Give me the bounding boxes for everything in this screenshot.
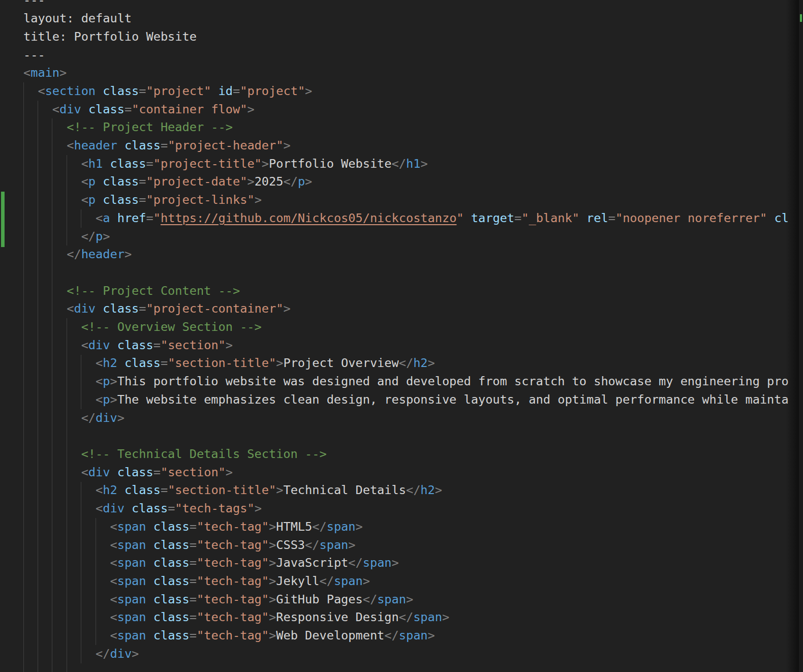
code-token: > — [255, 501, 262, 515]
code-token — [146, 538, 153, 552]
code-token — [23, 157, 81, 171]
code-line[interactable]: <a href="https://github.com/Nickcos05/ni… — [23, 209, 803, 228]
code-token: </ — [312, 520, 326, 534]
code-token: < — [110, 628, 117, 643]
code-token: class — [103, 193, 139, 207]
code-token: h2 — [420, 483, 435, 497]
code-line[interactable]: <section class="project" id="project"> — [23, 82, 803, 101]
code-token: span — [117, 556, 146, 570]
code-line[interactable]: <span class="tech-tag">Responsive Design… — [23, 608, 803, 627]
code-line[interactable]: <span class="tech-tag">GitHub Pages</spa… — [23, 591, 803, 609]
code-token: span — [320, 538, 349, 552]
code-line[interactable]: <span class="tech-tag">Jekyll</span> — [23, 572, 803, 591]
code-line[interactable]: <span class="tech-tag">JavaScript</span> — [23, 554, 803, 572]
code-line[interactable]: </header> — [23, 246, 803, 264]
code-token: < — [96, 483, 103, 497]
code-token: </ — [399, 610, 413, 624]
code-line[interactable]: </div> — [23, 645, 803, 663]
code-token: > — [262, 157, 269, 171]
code-token: target — [471, 211, 514, 225]
code-token: = — [139, 301, 146, 316]
code-token: > — [392, 556, 399, 570]
code-token — [23, 465, 81, 479]
code-line[interactable]: <span class="tech-tag">CSS3</span> — [23, 536, 803, 555]
code-line[interactable] — [23, 264, 803, 282]
code-line[interactable]: <span class="tech-tag">Web Development</… — [23, 627, 803, 645]
code-line[interactable]: <div class="container flow"> — [23, 101, 803, 119]
code-token: > — [276, 483, 283, 497]
code-token: class — [153, 574, 190, 588]
code-line[interactable]: <p class="project-date">2025</p> — [23, 173, 803, 191]
code-token: GitHub Pages — [276, 592, 362, 606]
code-token: < — [110, 574, 117, 588]
code-token: class — [125, 356, 161, 370]
code-token: id — [219, 84, 233, 98]
code-token: > — [269, 592, 276, 606]
code-line[interactable] — [23, 663, 803, 672]
code-token: > — [103, 229, 110, 243]
code-token: = — [161, 356, 168, 370]
code-token: </ — [67, 247, 81, 261]
code-token: > — [269, 556, 276, 570]
code-line[interactable]: <header class="project-header"> — [23, 137, 803, 155]
code-token — [767, 211, 774, 225]
code-token: Portfolio Website — [269, 157, 391, 171]
code-line[interactable]: <h2 class="section-title">Project Overvi… — [23, 354, 803, 373]
code-line[interactable]: title: Portfolio Website — [23, 28, 803, 46]
code-line[interactable]: <!-- Technical Details Section --> — [23, 445, 803, 464]
code-line[interactable]: <p class="project-links"> — [23, 191, 803, 209]
code-line[interactable]: <h2 class="section-title">Technical Deta… — [23, 481, 803, 500]
code-token: = — [190, 592, 197, 606]
code-line[interactable] — [23, 427, 803, 445]
code-line[interactable]: <div class="tech-tags"> — [23, 500, 803, 518]
code-token — [103, 157, 110, 171]
code-token: </ — [96, 647, 110, 661]
code-token: = — [233, 84, 240, 98]
code-line[interactable]: <!-- Overview Section --> — [23, 318, 803, 337]
code-line[interactable]: --- — [23, 0, 803, 10]
code-token — [23, 647, 96, 661]
code-token: --- — [23, 0, 45, 7]
code-token: span — [117, 574, 146, 588]
code-line[interactable]: <!-- Project Content --> — [23, 282, 803, 300]
overview-ruler-scrollbar[interactable] — [799, 0, 803, 672]
code-lines[interactable]: ---layout: defaulttitle: Portfolio Websi… — [23, 0, 803, 672]
code-token: --- — [23, 48, 45, 62]
code-line[interactable]: layout: default — [23, 10, 803, 28]
code-token: 2025 — [255, 174, 284, 189]
code-token: > — [442, 610, 449, 624]
code-line[interactable]: <p>The website emphasizes clean design, … — [23, 391, 803, 409]
code-line[interactable]: </div> — [23, 409, 803, 427]
git-added-gutter-indicator — [1, 192, 5, 247]
code-token: < — [81, 174, 88, 189]
code-token: > — [110, 392, 117, 407]
code-line[interactable]: <div class="section"> — [23, 337, 803, 355]
code-token: <!-- Project Content --> — [67, 284, 240, 298]
code-token: h2 — [413, 356, 427, 370]
code-token: class — [103, 174, 139, 189]
code-line[interactable]: --- — [23, 46, 803, 65]
code-line[interactable]: <p>This portfolio website was designed a… — [23, 373, 803, 391]
code-token: span — [399, 628, 428, 643]
code-token: h1 — [88, 157, 103, 171]
code-token: p — [103, 392, 110, 407]
code-token: "project-title" — [153, 157, 262, 171]
code-token: href — [117, 211, 146, 225]
code-token: "project-date" — [146, 174, 248, 189]
code-token: <!-- Overview Section --> — [81, 320, 262, 334]
code-line[interactable]: </p> — [23, 228, 803, 246]
code-token: class — [125, 483, 161, 497]
code-token: < — [110, 520, 117, 534]
code-token: class — [153, 628, 190, 643]
code-token — [146, 574, 153, 588]
code-line[interactable]: <div class="section"> — [23, 464, 803, 482]
code-line[interactable]: <div class="project-container"> — [23, 300, 803, 318]
code-editor[interactable]: ---layout: defaulttitle: Portfolio Websi… — [0, 0, 803, 672]
code-line[interactable]: <h1 class="project-title">Portfolio Webs… — [23, 155, 803, 173]
code-token: "project-links" — [146, 193, 255, 207]
code-line[interactable]: <!-- Project Header --> — [23, 118, 803, 137]
code-token: = — [161, 138, 168, 152]
code-token: " — [153, 211, 161, 225]
code-line[interactable]: <main> — [23, 64, 803, 82]
code-line[interactable]: <span class="tech-tag">HTML5</span> — [23, 518, 803, 536]
